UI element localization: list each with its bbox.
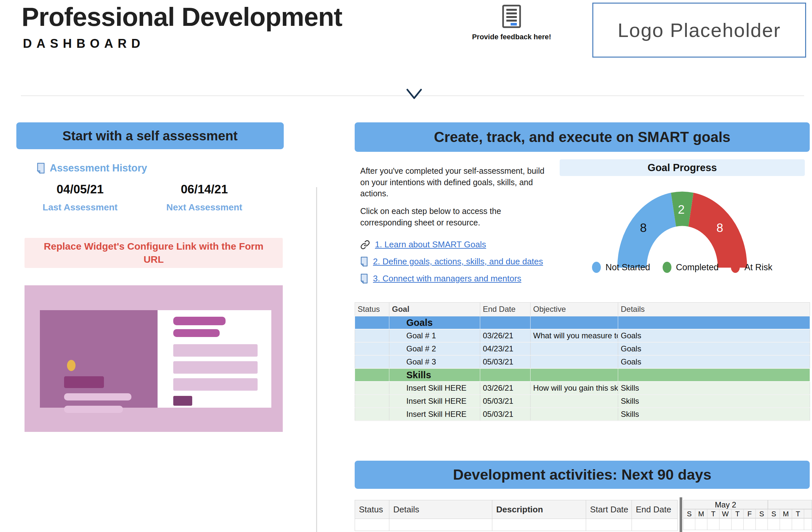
goal-cell: Goal # 1 — [389, 329, 480, 342]
col-objective: Objective — [531, 303, 618, 317]
assessment-history-label[interactable]: Assessment History — [50, 162, 147, 174]
form-illustration — [25, 285, 283, 432]
calendar-cell — [744, 518, 756, 530]
legend-item-completed: Completed — [663, 262, 719, 273]
step-link-2[interactable]: 2. Define goals, actions, skills, and du… — [360, 256, 543, 267]
end-date-cell: 03/26/21 — [480, 329, 531, 342]
step-link-3[interactable]: 3. Connect with managers and mentors — [360, 274, 543, 284]
calendar-day: T — [707, 509, 720, 518]
calendar-cell — [756, 518, 768, 530]
gauge-value-at-risk: 8 — [710, 221, 730, 235]
illustration-bar — [173, 361, 258, 374]
details-cell: Skills — [618, 381, 810, 395]
feedback-form-icon[interactable] — [502, 4, 521, 28]
smart-goals-intro-2: Click on each step below to access the c… — [360, 206, 550, 228]
details-cell: Skills — [618, 395, 810, 408]
objective-cell: How will you gain this ski — [531, 381, 618, 395]
step-link-2-label[interactable]: 2. Define goals, actions, skills, and du… — [373, 256, 543, 267]
table-row: Insert Skill HERE 05/03/21 Skills — [355, 408, 810, 421]
gauge-value-completed: 2 — [671, 203, 691, 216]
col-details: Details — [618, 303, 810, 317]
objective-cell — [531, 408, 618, 421]
self-assessment-header: Start with a self assessment — [16, 122, 284, 149]
calendar-day: S — [768, 509, 780, 518]
calendar-cell — [768, 518, 780, 530]
configure-link-warning: Replace Widget's Configure Link with the… — [25, 238, 283, 268]
illustration-button — [173, 396, 192, 406]
end-date-cell: 05/03/21 — [480, 408, 531, 421]
col-end-date: End Date — [480, 303, 531, 317]
calendar-cell — [780, 518, 792, 530]
skills-section-label: Skills — [389, 368, 480, 381]
last-assessment-date: 04/05/21 — [34, 183, 126, 196]
last-assessment-metric: 04/05/21 Last Assessment — [34, 183, 126, 213]
calendar-cell — [792, 518, 804, 530]
goal-cell: Goal # 3 — [389, 355, 480, 368]
details-cell: Goals — [618, 355, 810, 368]
objective-cell — [531, 342, 618, 355]
details-cell: Goals — [618, 342, 810, 355]
objective-cell — [531, 355, 618, 368]
calendar-day: T — [792, 509, 804, 518]
configure-link-warning-text: Replace Widget's Configure Link with the… — [39, 240, 268, 266]
goal-cell: Insert Skill HERE — [389, 408, 480, 421]
illustration-bar — [64, 393, 131, 401]
objective-cell: What will you measure to — [531, 329, 618, 342]
document-icon — [360, 256, 368, 267]
details-cell: Skills — [618, 408, 810, 421]
next-assessment-date: 06/14/21 — [159, 183, 250, 196]
end-date-cell: 04/23/21 — [480, 342, 531, 355]
legend-dot-completed — [663, 262, 671, 273]
calendar-month-row: May 2 — [683, 500, 812, 509]
next-assessment-label: Next Assessment — [159, 202, 250, 213]
step-link-1[interactable]: 1. Learn about SMART Goals — [360, 239, 543, 250]
logo-text: Logo Placeholder — [618, 19, 781, 42]
end-date-cell: 03/26/21 — [480, 381, 531, 395]
goals-section-label: Goals — [389, 316, 480, 329]
goal-cell: Goal # 2 — [389, 342, 480, 355]
col-status: Status — [355, 500, 389, 519]
calendar-day: M — [695, 509, 707, 518]
step-link-1-label[interactable]: 1. Learn about SMART Goals — [375, 239, 486, 250]
calendar-month-label: May 2 — [683, 500, 768, 509]
calendar-empty-row — [683, 518, 812, 530]
end-date-cell: 05/03/21 — [480, 355, 531, 368]
step-link-3-label[interactable]: 3. Connect with managers and mentors — [373, 274, 521, 284]
panel-divider — [316, 187, 317, 532]
link-icon — [360, 240, 370, 250]
col-status: Status — [355, 303, 389, 317]
goal-progress-title: Goal Progress — [560, 159, 805, 176]
calendar-day: S — [683, 509, 695, 518]
objective-cell — [531, 395, 618, 408]
calendar-day: S — [756, 509, 768, 518]
col-start-date: Start Date — [586, 500, 632, 519]
gauge-legend: Not Started Completed At Risk — [560, 262, 805, 273]
legend-dot-not-started — [592, 262, 601, 273]
gantt-calendar: May 2 S M T W T F S S M T — [683, 500, 812, 530]
calendar-cell — [683, 518, 695, 530]
goals-table: Status Goal End Date Objective Details G… — [355, 302, 810, 421]
assessment-history-link[interactable]: Assessment History — [37, 162, 147, 174]
legend-item-not-started: Not Started — [592, 262, 650, 273]
calendar-day-row: S M T W T F S S M T — [683, 509, 812, 518]
illustration-left-panel — [40, 310, 158, 408]
next-assessment-metric: 06/14/21 Next Assessment — [159, 183, 250, 213]
legend-item-at-risk: At Risk — [731, 262, 772, 273]
table-row: Goal # 2 04/23/21 Goals — [355, 342, 810, 355]
feedback-label[interactable]: Provide feedback here! — [471, 33, 552, 41]
smart-goals-intro-1: After you've completed your self-assessm… — [360, 165, 550, 199]
page-subtitle: DASHBOARD — [23, 37, 145, 51]
table-row: Goal # 1 03/26/21 What will you measure … — [355, 329, 810, 342]
page-title: Professional Development — [21, 2, 342, 32]
calendar-day: F — [744, 509, 756, 518]
document-icon — [37, 163, 45, 174]
legend-label-completed: Completed — [676, 262, 719, 272]
calendar-cell — [707, 518, 720, 530]
illustration-right-panel — [158, 310, 271, 408]
calendar-cell — [804, 518, 812, 530]
chevron-down-icon[interactable] — [405, 88, 423, 100]
calendar-cell — [720, 518, 731, 530]
feedback-widget[interactable]: Provide feedback here! — [471, 4, 552, 41]
goal-cell: Insert Skill HERE — [389, 395, 480, 408]
logo-placeholder: Logo Placeholder — [592, 3, 806, 58]
